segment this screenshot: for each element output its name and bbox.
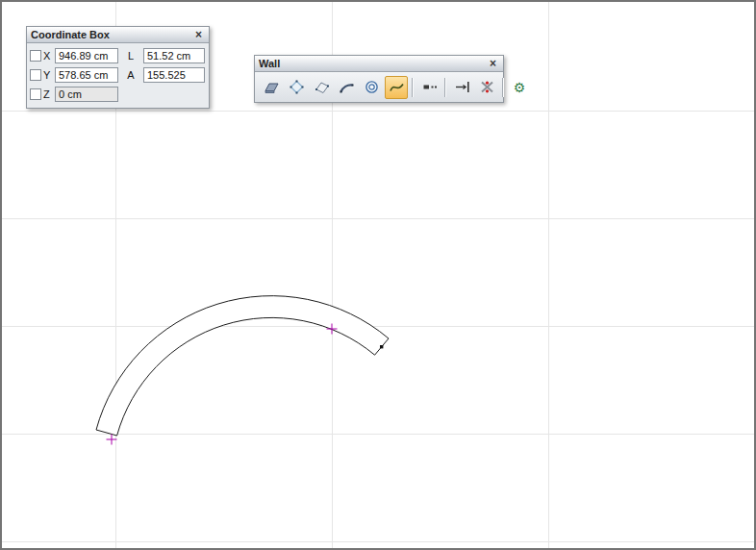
reference-line-icon [421,79,438,95]
wall-chained-icon [289,79,305,95]
z-input[interactable] [55,87,118,102]
wall-curved-button[interactable] [335,76,358,99]
wall-toolbar-palette: Wall × [254,55,504,103]
z-checkbox[interactable] [30,88,41,100]
coordinate-row-z: Z [30,86,206,102]
coordinate-box-body: X L Y A Z [27,43,209,108]
coordinate-row-y: Y A [30,66,206,83]
wall-rectangular-button[interactable] [310,76,333,99]
intersect-button[interactable] [475,76,498,99]
wall-straight-icon [264,79,280,95]
coordinate-box-title: Coordinate Box [31,29,192,40]
toolbar-separator [444,78,446,97]
curved-wall [96,296,389,436]
wall-spline-icon [389,79,405,95]
wall-spline-button[interactable] [385,76,408,99]
x-input[interactable] [55,48,118,63]
close-icon[interactable]: × [487,58,499,69]
toolbar-separator [502,78,504,97]
trim-to-elements-icon [454,79,470,95]
y-input[interactable] [55,67,118,83]
l-label: L [118,50,143,62]
wall-circular-icon [364,79,380,95]
close-icon[interactable]: × [192,29,205,40]
reference-line-button[interactable] [417,76,441,99]
toolbar-separator [412,78,414,97]
x-checkbox[interactable] [30,50,41,62]
z-label: Z [43,88,55,100]
coordinate-box-palette: Coordinate Box × X L Y A Z [26,26,210,109]
gear-icon: ⚙ [514,81,526,94]
coordinate-row-x: X L [30,47,206,63]
wall-circular-button[interactable] [360,76,383,99]
coordinate-box-titlebar[interactable]: Coordinate Box × [27,27,209,43]
wall-curved-icon [339,79,355,95]
trim-to-elements-button[interactable] [450,76,473,99]
wall-toolbar-body: ⚙ [255,72,503,102]
y-label: Y [43,69,55,81]
wall-settings-button[interactable]: ⚙ [508,76,531,99]
snap-marker-start [107,435,117,445]
y-checkbox[interactable] [30,69,41,81]
wall-toolbar-titlebar[interactable]: Wall × [255,56,503,72]
wall-straight-button[interactable] [260,76,283,99]
a-input[interactable] [143,67,205,83]
a-label: A [118,69,143,81]
intersect-icon [479,79,495,95]
l-input[interactable] [143,48,205,63]
wall-toolbar-title: Wall [259,58,487,69]
x-label: X [43,50,55,62]
wall-chained-button[interactable] [285,76,308,99]
wall-rectangular-icon [314,79,330,95]
app-window: { "colors": { "window_border": "#747474"… [0,0,756,550]
wall-end-handle [380,345,383,348]
